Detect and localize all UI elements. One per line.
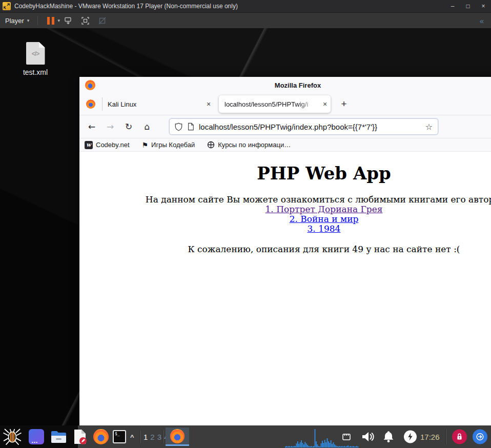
globe-icon bbox=[207, 141, 215, 149]
url-input[interactable]: localhost/lesson5/PHPTwig/index.php?book… bbox=[199, 123, 421, 131]
suspend-vm-button[interactable] bbox=[47, 17, 54, 25]
book-link-1[interactable]: 1. Портрет Дориана Грея bbox=[265, 204, 383, 214]
terminal-icon: $_ bbox=[113, 430, 126, 443]
page-message-text: К сожалению, описания для книги 49 у нас… bbox=[79, 244, 491, 254]
shield-permissions-icon[interactable] bbox=[175, 123, 182, 131]
firefox-task-button[interactable] bbox=[166, 427, 189, 446]
app-drawer-icon: … bbox=[29, 429, 44, 444]
tab-localhost-phptwig[interactable]: localhost/lesson5/PHPTwig/i × bbox=[219, 95, 331, 113]
text-editor-launcher[interactable] bbox=[72, 429, 88, 445]
send-ctrl-alt-del-icon[interactable] bbox=[64, 16, 73, 26]
page-title: PHP Web App bbox=[79, 163, 491, 184]
close-button[interactable]: × bbox=[476, 0, 491, 12]
player-menu[interactable]: Player ▾ bbox=[0, 17, 33, 25]
suspend-options-caret[interactable]: ▾ bbox=[57, 18, 60, 23]
vmware-titlebar: CodebyHackMashine - VMware Workstation 1… bbox=[0, 0, 491, 12]
panel-expand-button[interactable]: ^ bbox=[130, 433, 134, 441]
new-tab-button[interactable]: + bbox=[337, 98, 351, 110]
close-tab-icon[interactable]: × bbox=[319, 100, 331, 108]
web-page-content: PHP Web App На данном сайте Вы можете оз… bbox=[79, 152, 491, 425]
window-title: CodebyHackMashine - VMware Workstation 1… bbox=[14, 3, 238, 10]
desktop-file-test-xml[interactable]: </> test.xml bbox=[19, 42, 51, 77]
bookmark-kursy[interactable]: Курсы по информаци… bbox=[207, 141, 291, 149]
folder-icon bbox=[50, 430, 67, 444]
firefox-launcher[interactable] bbox=[93, 429, 109, 444]
home-button[interactable]: ⌂ bbox=[138, 121, 156, 132]
chevron-down-icon: ▾ bbox=[27, 18, 30, 23]
kali-desktop: </> test.xml Mozilla Firefox Kali Linux … bbox=[0, 28, 491, 425]
vm-screen: CodebyHackMashine - VMware Workstation 1… bbox=[0, 0, 491, 448]
tab-favicon-firefox bbox=[86, 99, 95, 109]
file-label: test.xml bbox=[23, 68, 48, 76]
bookmark-igry-codebay[interactable]: ⚑ Игры Кодебай bbox=[142, 141, 195, 149]
xml-file-icon: </> bbox=[26, 42, 45, 65]
firefox-logo-icon bbox=[85, 80, 95, 90]
text-editor-icon bbox=[72, 429, 88, 445]
workspace-3[interactable]: 3 bbox=[157, 433, 161, 441]
power-manager-icon[interactable] bbox=[404, 431, 417, 443]
taskbar-panel: … $_ ^ 1 bbox=[0, 425, 491, 448]
book-link-2[interactable]: 2. Война и мир bbox=[290, 214, 359, 224]
firefox-window-title: Mozilla Firefox bbox=[275, 82, 321, 89]
toolbar-divider bbox=[37, 16, 38, 25]
collapse-toolbar-button[interactable]: « bbox=[480, 16, 484, 25]
flag-icon: ⚑ bbox=[142, 141, 149, 149]
workspace-switcher[interactable]: 1 2 3 4 bbox=[144, 433, 168, 441]
workspace-2[interactable]: 2 bbox=[150, 433, 154, 441]
app-drawer-launcher[interactable]: … bbox=[29, 429, 44, 444]
bookmark-star-icon[interactable]: ☆ bbox=[425, 122, 433, 132]
firefox-titlebar[interactable]: Mozilla Firefox bbox=[79, 77, 491, 93]
forward-button[interactable]: → bbox=[101, 121, 119, 132]
logout-button[interactable] bbox=[473, 430, 487, 444]
file-manager-launcher[interactable] bbox=[50, 430, 67, 444]
firefox-window: Mozilla Firefox Kali Linux × localhost/l… bbox=[79, 77, 491, 425]
ethernet-status-icon[interactable] bbox=[341, 432, 352, 442]
maximize-button[interactable]: □ bbox=[460, 0, 476, 12]
minimize-button[interactable]: – bbox=[445, 0, 460, 12]
navigation-toolbar: ← → ↻ ⌂ localhost/lesson5/PHPTwig/index.… bbox=[79, 115, 491, 138]
bookmark-codeby-net[interactable]: w Codeby.net bbox=[85, 141, 130, 149]
back-button[interactable]: ← bbox=[83, 121, 101, 132]
volume-icon[interactable] bbox=[361, 431, 376, 443]
vmware-player-icon bbox=[3, 2, 11, 10]
workspace-1[interactable]: 1 bbox=[144, 433, 148, 441]
firefox-logo-icon bbox=[93, 429, 109, 444]
panel-divider bbox=[445, 429, 446, 444]
url-bar[interactable]: localhost/lesson5/PHPTwig/index.php?book… bbox=[169, 118, 438, 135]
panel-divider bbox=[162, 430, 163, 443]
tab-bar: Kali Linux × localhost/lesson5/PHPTwig/i… bbox=[79, 93, 491, 115]
codeby-favicon: w bbox=[85, 141, 93, 149]
unity-mode-icon bbox=[97, 16, 107, 26]
notifications-bell-icon[interactable] bbox=[382, 430, 395, 443]
fullscreen-icon[interactable] bbox=[80, 16, 90, 26]
vmware-toolbar: Player ▾ ▾ « bbox=[0, 12, 491, 28]
logout-arrow-icon bbox=[475, 432, 485, 442]
lock-icon bbox=[456, 433, 463, 441]
page-info-icon[interactable] bbox=[187, 123, 194, 131]
panel-divider bbox=[139, 430, 140, 443]
page-intro-text: На данном сайте Вы можете ознакомиться с… bbox=[79, 195, 491, 205]
book-link-3[interactable]: 3. 1984 bbox=[308, 223, 341, 234]
zap-spider-launcher[interactable] bbox=[2, 426, 23, 447]
bookmarks-toolbar: w Codeby.net ⚑ Игры Кодебай Курсы по инф… bbox=[79, 138, 491, 152]
lock-screen-button[interactable] bbox=[452, 430, 467, 444]
firefox-logo-icon bbox=[170, 429, 185, 443]
close-tab-icon[interactable]: × bbox=[203, 100, 214, 108]
terminal-launcher[interactable]: $_ bbox=[113, 430, 126, 443]
reload-button[interactable]: ↻ bbox=[119, 121, 138, 132]
clock[interactable]: 17:26 bbox=[420, 433, 440, 441]
tab-kali-linux[interactable]: Kali Linux × bbox=[103, 100, 214, 108]
